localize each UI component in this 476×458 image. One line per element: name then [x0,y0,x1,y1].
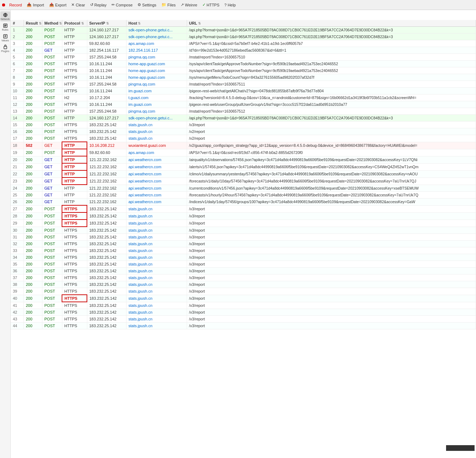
table-row[interactable]: 44200POSTHTTPS183.232.25.142stats.jpush.… [11,323,476,329]
table-row[interactable]: 35200POSTHTTPS183.232.25.142stats.jpush.… [11,261,476,268]
cell-host[interactable]: sdk-open-phone.getui.c... [126,115,187,122]
cell-url[interactable]: /sys/apv/clientTask/getApproveTodoNumber… [187,67,476,74]
table-row[interactable]: 14200POSTHTTP124.160.127.217sdk-open-pho… [11,115,476,122]
cell-url[interactable]: /v3/report [187,288,476,295]
cell-url[interactable]: /mstat/report/?index=1630657512 [187,108,476,115]
clear-button[interactable]: ✕ Clear [69,2,87,8]
table-row[interactable]: 2200POSTHTTP124.160.127.217sdk-open-phon… [11,34,476,40]
cell-url[interactable]: /forecasts/v1/daily/10day/57456?apikey=3… [187,177,476,185]
table-row[interactable]: 21200GETHTTP121.22.232.162api.weathercn.… [11,163,476,170]
sidebar-item-rules[interactable]: Rules [0,22,10,32]
table-row[interactable]: 32200POSTHTTPS183.232.25.142stats.jpush.… [11,241,476,247]
cell-host[interactable]: stats.jpush.cn [126,302,187,309]
col-header-url[interactable]: URL [187,20,476,27]
sidebar-item-values[interactable]: Values [0,33,10,43]
cell-host[interactable]: 182.254.116.117 [126,47,187,54]
cell-url[interactable]: /v3/report [187,227,476,234]
cell-host[interactable]: api.weathercn.com [126,163,187,170]
cell-host[interactable]: stats.jpush.cn [126,241,187,247]
record-button[interactable]: Record [7,2,24,8]
cell-host[interactable]: stats.jpush.cn [126,316,187,323]
cell-url[interactable]: /v2/report [187,128,476,135]
cell-host[interactable]: stats.jpush.cn [126,128,187,135]
cell-host[interactable]: sdk-open-phone.getui.c... [126,34,187,40]
cell-host[interactable]: stats.jpush.cn [126,274,187,281]
cell-url[interactable]: /api.php?format=json&t=1&d=965A7F218505B… [187,27,476,34]
table-row[interactable]: 39200POSTHTTPS183.232.25.142stats.jpush.… [11,288,476,295]
cell-url[interactable]: /v3/report [187,302,476,309]
cell-host[interactable]: stats.jpush.cn [126,288,187,295]
files-button[interactable]: 📁 Files [159,2,178,8]
settings-button[interactable]: ⚙ Settings [135,2,159,8]
cell-url[interactable]: /d?dn=99e2d153e4d0527186ebed5ac5608367&i… [187,47,476,54]
table-row[interactable]: 33200POSTHTTPS183.232.25.142stats.jpush.… [11,247,476,254]
cell-url[interactable]: /APS/r?ver=5.1&q=0&csid=ec6f19d7-c856-47… [187,149,476,156]
cell-url[interactable]: /v3/report [187,268,476,274]
cell-host[interactable]: im.guazi.com [126,88,187,94]
table-row[interactable]: 7200POSTHTTPS10.16.11.244home-app.guazi.… [11,67,476,74]
cell-url[interactable]: /sys/menu/getMenuTodoCount?sign=843a3276… [187,74,476,81]
cell-host[interactable]: home-app.guazi.com [126,67,187,74]
cell-host[interactable]: home-app.guazi.com [126,61,187,67]
sidebar-item-plugins[interactable]: Plugins [0,43,10,53]
compose-button[interactable]: ✏ Compose [109,2,135,8]
cell-url[interactable]: /v3/report [187,261,476,268]
table-row[interactable]: 22200GETHTTP121.22.232.162api.weathercn.… [11,170,476,177]
table-row[interactable]: 18502GETHTTP10.16.208.212wuxiantest.guaz… [11,142,476,149]
col-header-host[interactable]: Host [126,20,187,27]
cell-host[interactable]: pingma.qq.com [126,54,187,61]
col-header-num[interactable]: # [11,20,24,27]
table-row[interactable]: 24200GETHTTP121.22.232.162api.weathercn.… [11,185,476,192]
cell-host[interactable]: stats.jpush.cn [126,323,187,329]
cell-host[interactable]: stats.jpush.cn [126,309,187,316]
cell-host[interactable]: home-app.guazi.com [126,74,187,81]
cell-url[interactable]: /climo/v1/dailysummary/yesterday/57456?a… [187,170,476,177]
table-row[interactable]: 34200POSTHTTPS183.232.25.142stats.jpush.… [11,254,476,261]
cell-url[interactable]: /v3/report [187,122,476,128]
cell-host[interactable]: stats.jpush.cn [126,212,187,220]
weinre-button[interactable]: ↗ Weinre [178,2,200,8]
cell-host[interactable]: api.weathercn.com [126,170,187,177]
export-button[interactable]: 📤 Export [47,2,69,8]
import-button[interactable]: 📥 Import [25,2,46,8]
cell-url[interactable]: /v3/report [187,212,476,220]
cell-host[interactable]: t.guazi.com [126,94,187,101]
cell-url[interactable]: /v3/report [187,247,476,254]
replay-button[interactable]: ↺ Replay [88,2,109,8]
table-row[interactable]: 29200POSTHTTPS183.232.25.142stats.jpush.… [11,220,476,227]
cell-host[interactable]: api.weathercn.com [126,199,187,206]
help-button[interactable]: ? Help [222,2,238,8]
cell-host[interactable]: stats.jpush.cn [126,227,187,234]
cell-url[interactable]: /sys/apv/clientTask/getApproveTodoNumber… [187,61,476,67]
table-row[interactable]: 15200POSTHTTPS183.232.25.142stats.jpush.… [11,122,476,128]
cell-host[interactable]: stats.jpush.cn [126,295,187,302]
cell-host[interactable]: api.weathercn.com [126,185,187,192]
table-row[interactable]: 42200POSTHTTPS183.232.25.142stats.jpush.… [11,309,476,316]
cell-host[interactable]: stats.jpush.cn [126,205,187,212]
cell-url[interactable]: /v2/report [187,135,476,142]
table-row[interactable]: 17200POSTHTTPS183.232.25.142stats.jpush.… [11,135,476,142]
cell-url[interactable]: /v3/report [187,323,476,329]
cell-url[interactable]: /pigeon-rest-web/userGroup/pullUserGroup… [187,101,476,108]
table-row[interactable]: 4200GETHTTP182.254.116.117182.254.116.11… [11,47,476,54]
cell-host[interactable]: im.guazi.com [126,101,187,108]
table-row[interactable]: 31200POSTHTTPS183.232.25.142stats.jpush.… [11,234,476,241]
cell-url[interactable]: /v3/report [187,254,476,261]
table-row[interactable]: 30200POSTHTTPS183.232.25.142stats.jpush.… [11,227,476,234]
cell-url[interactable]: /v3/report [187,281,476,288]
cell-url[interactable]: /v3/report [187,309,476,316]
cell-host[interactable]: stats.jpush.cn [126,261,187,268]
col-header-serverip[interactable]: ServerIP [87,20,126,27]
col-header-method[interactable]: Method [42,20,62,27]
cell-host[interactable]: wuxiantest.guazi.com [126,142,187,149]
cell-host[interactable]: api.weathercn.com [126,192,187,199]
table-row[interactable]: 43200POSTHTTPS183.232.25.142stats.jpush.… [11,316,476,323]
cell-url[interactable]: /v3/report [187,295,476,302]
table-row[interactable]: 1200POSTHTTP124.160.127.217sdk-open-phon… [11,27,476,34]
cell-host[interactable]: sdk-open-phone.getui.c... [126,27,187,34]
cell-url[interactable]: /tracking?versionId=8.4.5.0-debug-0&osv=… [187,94,476,101]
table-row[interactable]: 28200POSTHTTPS183.232.25.142stats.jpush.… [11,212,476,220]
sidebar-item-network[interactable]: Network [0,11,10,21]
cell-host[interactable]: stats.jpush.cn [126,122,187,128]
table-row[interactable]: 41200POSTHTTPS183.232.25.142stats.jpush.… [11,302,476,309]
